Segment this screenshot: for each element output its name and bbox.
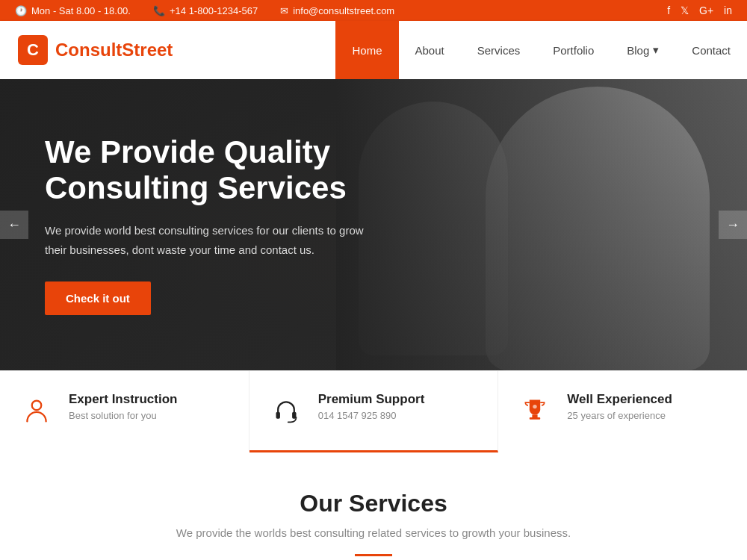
top-bar: 🕐 Mon - Sat 8.00 - 18.00. 📞 +14 1-800-12…: [0, 0, 747, 21]
hero-next-button[interactable]: →: [719, 211, 747, 239]
social-links: f 𝕏 G+ in: [667, 4, 732, 16]
nav-about[interactable]: About: [399, 21, 461, 79]
nav-home[interactable]: Home: [335, 21, 398, 79]
hero-prev-button[interactable]: ←: [0, 211, 28, 239]
nav-services[interactable]: Services: [461, 21, 537, 79]
googleplus-icon[interactable]: G+: [699, 4, 713, 16]
experienced-icon: [516, 392, 554, 429]
logo-text-orange: Street: [122, 40, 173, 60]
facebook-icon[interactable]: f: [667, 4, 670, 16]
services-title: Our Services: [30, 490, 717, 517]
linkedin-icon[interactable]: in: [724, 4, 732, 16]
support-subtitle: 014 1547 925 890: [318, 410, 425, 421]
expert-icon: [18, 392, 55, 429]
hero-subtitle: We provide world best consulting service…: [45, 221, 374, 259]
nav-contact[interactable]: Contact: [675, 21, 747, 79]
svg-rect-4: [530, 417, 540, 420]
svg-rect-3: [533, 414, 538, 417]
nav-blog[interactable]: Blog ▾: [610, 21, 675, 79]
header: C ConsultStreet Home About Services Port…: [0, 21, 747, 79]
phone-icon: 📞: [153, 5, 165, 16]
nav-portfolio[interactable]: Portfolio: [536, 21, 610, 79]
hero-section: We Provide Quality Consulting Services W…: [0, 79, 747, 370]
trophy-svg-icon: [521, 397, 548, 424]
svg-point-0: [32, 401, 42, 411]
support-title: Premium Support: [318, 392, 425, 407]
services-subtitle: We provide the worlds best consulting re…: [30, 526, 717, 539]
logo[interactable]: C ConsultStreet: [0, 21, 190, 79]
dropdown-arrow-icon: ▾: [653, 43, 659, 57]
svg-rect-1: [276, 412, 279, 419]
hero-title: We Provide Quality Consulting Services: [45, 134, 403, 207]
services-divider: [355, 554, 392, 556]
arrow-right-icon: →: [726, 217, 740, 233]
logo-text: ConsultStreet: [55, 40, 173, 60]
features-section: Expert Instruction Best solution for you…: [0, 370, 747, 452]
top-bar-phone: 📞 +14 1-800-1234-567: [153, 5, 258, 16]
expert-info: Expert Instruction Best solution for you: [69, 392, 177, 421]
feature-card-expert: Expert Instruction Best solution for you: [0, 371, 249, 452]
hero-content: We Provide Quality Consulting Services W…: [0, 105, 448, 346]
email-text: info@consultstreet.com: [293, 5, 394, 16]
experienced-subtitle: 25 years of experience: [567, 410, 672, 421]
feature-card-experienced: Well Experienced 25 years of experience: [498, 371, 747, 452]
support-icon: [267, 392, 305, 429]
services-section: Our Services We provide the worlds best …: [0, 452, 747, 560]
headphone-svg-icon: [273, 397, 300, 424]
hours-text: Mon - Sat 8.00 - 18.00.: [31, 5, 131, 16]
top-bar-email: ✉ info@consultstreet.com: [280, 5, 394, 16]
experienced-info: Well Experienced 25 years of experience: [567, 392, 672, 421]
expert-subtitle: Best solution for you: [69, 410, 177, 421]
twitter-icon[interactable]: 𝕏: [681, 4, 689, 16]
top-bar-hours: 🕐 Mon - Sat 8.00 - 18.00.: [15, 5, 131, 16]
feature-card-support: Premium Support 014 1547 925 890: [249, 371, 499, 452]
arrow-left-icon: ←: [7, 217, 21, 233]
svg-point-5: [533, 405, 537, 408]
clock-icon: 🕐: [15, 5, 27, 16]
phone-text: +14 1-800-1234-567: [170, 5, 258, 16]
logo-icon: C: [18, 35, 48, 65]
person-svg-icon: [23, 397, 50, 424]
expert-title: Expert Instruction: [69, 392, 177, 407]
logo-text-black: Consult: [55, 40, 122, 60]
experienced-title: Well Experienced: [567, 392, 672, 407]
main-nav: Home About Services Portfolio Blog ▾ Con…: [335, 21, 747, 79]
email-icon: ✉: [280, 5, 288, 16]
hero-cta-button[interactable]: Check it out: [45, 281, 151, 315]
support-info: Premium Support 014 1547 925 890: [318, 392, 425, 421]
